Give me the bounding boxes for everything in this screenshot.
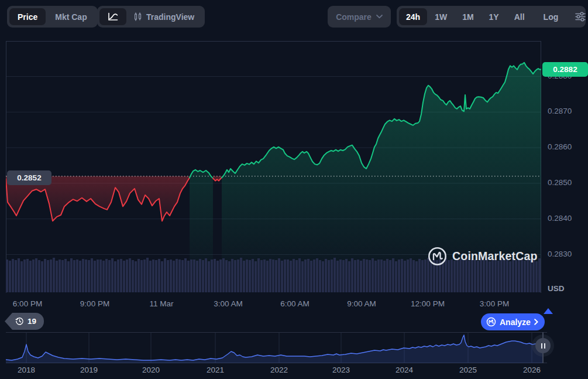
- candlestick-icon: [133, 12, 142, 21]
- range-24h[interactable]: 24h: [399, 8, 427, 25]
- x-tick-label: 9:00 AM: [338, 299, 385, 308]
- timeline-chart[interactable]: [6, 332, 547, 363]
- range-1w[interactable]: 1W: [427, 12, 455, 22]
- coinmarketcap-watermark: CoinMarketCap: [428, 247, 538, 266]
- price-tab[interactable]: Price: [9, 8, 46, 25]
- x-tick-label: 11 Mar: [138, 299, 185, 308]
- line-chart-icon: [108, 12, 118, 21]
- range-1m[interactable]: 1M: [455, 12, 481, 22]
- year-label: 2022: [262, 366, 297, 374]
- coinmarketcap-chart-page: Price Mkt Cap TradingView Compare 24h1W1…: [0, 0, 588, 379]
- y-tick-label: 0.2830: [548, 250, 583, 258]
- y-tick-label: 0.2870: [548, 107, 583, 115]
- y-tick-label: 0.2840: [548, 214, 583, 223]
- chevron-down-icon: [376, 15, 383, 19]
- watermark-text: CoinMarketCap: [452, 250, 538, 263]
- year-label: 2018: [9, 366, 44, 374]
- history-badge[interactable]: 19: [5, 313, 44, 330]
- tradingview-button[interactable]: TradingView: [128, 12, 202, 22]
- analyze-tooltip-caret: [544, 308, 553, 314]
- year-label: 2024: [387, 366, 422, 374]
- coinmarketcap-logo-icon: [428, 247, 447, 266]
- currency-label: USD: [548, 284, 565, 293]
- x-tick-label: 3:00 PM: [471, 299, 518, 308]
- history-count: 19: [27, 317, 36, 326]
- timeline-drag-handle[interactable]: [535, 338, 551, 353]
- analyze-label: Analyze: [500, 317, 531, 327]
- line-chart-type-button[interactable]: [99, 8, 126, 25]
- chart-type-toggle: TradingView: [97, 6, 205, 28]
- range-all[interactable]: All: [507, 12, 532, 22]
- price-mktcap-toggle: Price Mkt Cap: [7, 6, 98, 28]
- chart-settings-button[interactable]: [569, 12, 588, 22]
- year-label: 2021: [198, 366, 233, 374]
- time-range-items: 24h1W1M1YAll: [399, 6, 532, 28]
- time-range-group: 24h1W1M1YAll Log: [397, 6, 586, 28]
- open-price-label: 0.2852: [7, 170, 51, 185]
- year-label: 2019: [71, 366, 106, 374]
- year-label: 2025: [451, 366, 486, 374]
- year-label: 2026: [514, 366, 549, 374]
- sliders-icon: [575, 12, 586, 22]
- chevron-right-icon: [534, 319, 538, 325]
- x-tick-label: 6:00 AM: [271, 299, 318, 308]
- history-clock-icon: [15, 317, 24, 326]
- y-tick-label: 0.2860: [548, 142, 583, 151]
- compare-button[interactable]: Compare: [328, 6, 391, 28]
- compare-label: Compare: [336, 12, 372, 22]
- y-tick-label: 0.2850: [548, 178, 583, 187]
- year-label: 2020: [133, 366, 169, 374]
- x-tick-label: 9:00 PM: [71, 299, 118, 308]
- range-1y[interactable]: 1Y: [482, 12, 507, 22]
- year-label: 2023: [324, 366, 359, 374]
- tradingview-label: TradingView: [146, 12, 194, 22]
- log-scale-button[interactable]: Log: [536, 12, 566, 22]
- x-tick-label: 6:00 PM: [4, 299, 51, 308]
- cmc-analyze-icon: [486, 317, 496, 327]
- current-price-badge: 0.2882: [542, 62, 588, 77]
- mktcap-tab[interactable]: Mkt Cap: [47, 12, 95, 22]
- analyze-button[interactable]: Analyze: [481, 313, 545, 330]
- x-tick-label: 3:00 AM: [205, 299, 252, 308]
- x-tick-label: 12:00 PM: [404, 299, 451, 308]
